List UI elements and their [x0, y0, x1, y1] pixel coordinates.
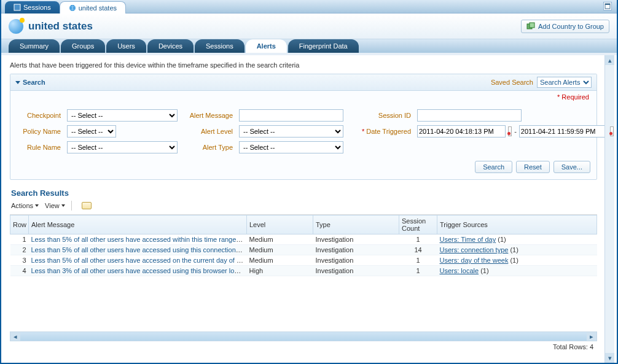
tab-sessions[interactable]: Sessions — [5, 1, 60, 14]
chevron-down-icon — [35, 204, 39, 207]
add-group-icon — [526, 22, 535, 31]
saved-search-label: Saved Search — [491, 79, 533, 86]
required-note: * Required — [10, 91, 596, 103]
alert-message-link[interactable]: Less than 3% of all other users have acc… — [31, 267, 247, 274]
table-row[interactable]: 3Less than 5% of all other users have ac… — [10, 255, 597, 266]
rule-name-label: Rule Name — [18, 144, 61, 151]
trigger-source-link[interactable]: Users: day of the week — [440, 257, 509, 264]
view-menu[interactable]: View — [45, 202, 65, 209]
tab-fingerprint-data[interactable]: Fingerprint Data — [288, 39, 359, 53]
table-row[interactable]: 1Less than 5% of all other users have ac… — [10, 234, 597, 245]
scroll-left-icon[interactable]: ◂ — [10, 332, 20, 341]
globe-icon — [69, 4, 76, 12]
tab-united-states[interactable]: united states — [60, 1, 126, 14]
scroll-track[interactable] — [20, 332, 587, 341]
horizontal-scrollbar[interactable]: ◂ ▸ — [10, 331, 597, 341]
alert-message-input[interactable] — [239, 109, 343, 122]
vertical-scrollbar[interactable]: ▴ ▾ — [604, 55, 614, 363]
tab-devices[interactable]: Devices — [147, 39, 194, 53]
col-trigger-sources[interactable]: Trigger Sources — [437, 215, 597, 234]
cell-row-num: 1 — [10, 234, 29, 245]
date-from-input[interactable] — [417, 125, 506, 137]
col-type[interactable]: Type — [313, 215, 399, 234]
alert-message-link[interactable]: Less than 5% of all other users have acc… — [31, 257, 246, 264]
policy-name-label: Policy Name — [18, 128, 61, 135]
cell-trigger-sources: Users: Time of day (1) — [437, 234, 597, 245]
content-area: ▴ ▾ Alerts that have been triggered for … — [1, 55, 617, 363]
tab-united-states-label: united states — [79, 4, 117, 12]
table-row[interactable]: 2Less than 5% of all other users have ac… — [10, 245, 597, 255]
cell-level: High — [247, 266, 313, 276]
cell-row-num: 2 — [10, 245, 29, 255]
results-table: Row Alert Message Level Type Session Cou… — [10, 215, 597, 276]
svg-rect-5 — [530, 23, 534, 28]
tab-groups[interactable]: Groups — [61, 39, 105, 53]
trigger-source-link[interactable]: Users: locale — [440, 267, 479, 274]
col-level[interactable]: Level — [247, 215, 313, 234]
trigger-source-link[interactable]: Users: Time of day — [440, 236, 496, 243]
actions-menu[interactable]: Actions — [11, 202, 39, 209]
tab-sessions-sub[interactable]: Sessions — [195, 39, 244, 53]
alert-message-label: Alert Message — [184, 112, 233, 119]
reset-button[interactable]: Reset — [516, 161, 550, 173]
rule-name-select[interactable]: -- Select -- — [67, 141, 178, 153]
scroll-down-icon[interactable]: ▾ — [605, 353, 614, 363]
date-separator: - — [514, 128, 517, 135]
results-toolbar: Actions View — [10, 199, 597, 215]
alert-message-link[interactable]: Less than 5% of all other users have acc… — [31, 246, 247, 254]
col-session-count[interactable]: Session Count — [399, 215, 437, 234]
session-id-input[interactable] — [417, 109, 522, 122]
svg-rect-3 — [605, 4, 610, 5]
total-rows: Total Rows: 4 — [10, 341, 597, 352]
expand-icon[interactable] — [603, 2, 612, 10]
tab-users[interactable]: Users — [106, 39, 146, 53]
policy-name-select[interactable]: -- Select -- — [67, 125, 116, 137]
save-button[interactable]: Save... — [553, 161, 590, 173]
cell-alert-message: Less than 3% of all other users have acc… — [29, 266, 247, 276]
alert-level-select[interactable]: -- Select -- — [239, 125, 343, 137]
sessions-icon — [14, 4, 21, 11]
search-panel: Search Saved Search Search Alerts * Requ… — [10, 74, 597, 180]
cell-trigger-sources: Users: connection type (1) — [437, 245, 597, 255]
cell-type: Investigation — [313, 234, 399, 245]
cell-level: Medium — [247, 245, 313, 255]
cell-trigger-sources: Users: day of the week (1) — [437, 255, 597, 266]
cell-alert-message: Less than 5% of all other users have acc… — [29, 245, 247, 255]
tab-summary[interactable]: Summary — [9, 39, 60, 53]
cell-row-num: 4 — [10, 266, 29, 276]
add-country-label: Add Country to Group — [538, 23, 604, 30]
scroll-up-icon[interactable]: ▴ — [605, 55, 614, 65]
saved-search-select[interactable]: Search Alerts — [537, 77, 592, 88]
svg-rect-0 — [14, 4, 20, 10]
checkpoint-select[interactable]: -- Select -- — [67, 109, 178, 122]
table-row[interactable]: 4Less than 3% of all other users have ac… — [10, 266, 597, 276]
date-triggered-label: Date Triggered — [350, 128, 411, 135]
search-results-title: Search Results — [11, 188, 597, 198]
cell-level: Medium — [247, 234, 313, 245]
add-country-to-group-button[interactable]: Add Country to Group — [521, 20, 609, 33]
cell-session-count: 14 — [399, 245, 437, 255]
table-header-row: Row Alert Message Level Type Session Cou… — [10, 215, 597, 234]
cell-alert-message: Less than 5% of all other users have acc… — [29, 255, 247, 266]
scroll-right-icon[interactable]: ▸ — [587, 332, 596, 341]
calendar-icon[interactable] — [610, 126, 614, 136]
cell-session-count: 1 — [399, 266, 437, 276]
checkpoint-label: Checkpoint — [18, 112, 61, 119]
collapse-icon[interactable] — [15, 81, 20, 84]
title-bar: united states Add Country to Group — [1, 14, 617, 39]
alert-message-link[interactable]: Less than 5% of all other users have acc… — [31, 236, 247, 243]
folder-icon[interactable] — [82, 202, 92, 209]
search-panel-title: Search — [23, 79, 45, 86]
session-id-label: Session ID — [350, 112, 411, 119]
tab-alerts[interactable]: Alerts — [246, 39, 287, 53]
search-button[interactable]: Search — [475, 161, 512, 173]
alert-type-select[interactable]: -- Select -- — [239, 141, 343, 153]
trigger-source-link[interactable]: Users: connection type — [440, 246, 509, 254]
cell-type: Investigation — [313, 245, 399, 255]
col-alert-message[interactable]: Alert Message — [29, 215, 247, 234]
calendar-icon[interactable] — [508, 126, 512, 136]
col-row[interactable]: Row — [10, 215, 29, 234]
date-to-input[interactable] — [519, 125, 608, 137]
tab-sessions-label: Sessions — [23, 4, 51, 11]
globe-large-icon — [9, 19, 23, 34]
